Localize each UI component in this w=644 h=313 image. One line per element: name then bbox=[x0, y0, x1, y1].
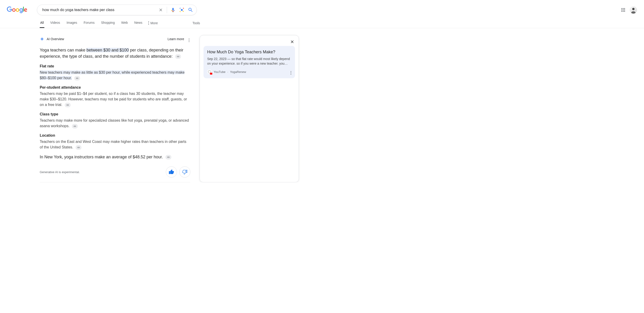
ai-section: Flat rateNew teachers may make as little… bbox=[40, 64, 190, 81]
svg-point-0 bbox=[181, 9, 183, 11]
lens-search-icon[interactable] bbox=[179, 7, 184, 13]
clear-icon[interactable] bbox=[158, 7, 164, 13]
nav-tabs: All Videos Images Forums Shopping Web Ne… bbox=[0, 21, 644, 28]
tools-button[interactable]: Tools bbox=[192, 21, 200, 28]
source-card[interactable]: How Much Do Yoga Teachers Make? Sep 22, … bbox=[204, 46, 295, 78]
tab-more[interactable]: More bbox=[148, 21, 158, 28]
tab-forums[interactable]: Forums bbox=[83, 21, 95, 28]
apps-icon[interactable] bbox=[620, 7, 626, 13]
close-icon[interactable] bbox=[289, 38, 296, 46]
tab-images[interactable]: Images bbox=[66, 21, 78, 28]
tab-web[interactable]: Web bbox=[121, 21, 128, 28]
search-input[interactable] bbox=[40, 8, 158, 12]
voice-search-icon[interactable] bbox=[170, 7, 176, 13]
source-menu-icon[interactable] bbox=[290, 69, 291, 74]
citation-link-icon[interactable] bbox=[74, 76, 80, 80]
tab-shopping[interactable]: Shopping bbox=[101, 21, 115, 28]
section-title: Per-student attendance bbox=[40, 85, 190, 90]
citation-link-icon[interactable] bbox=[76, 145, 82, 150]
tab-videos[interactable]: Videos bbox=[50, 21, 61, 28]
section-body: Teachers on the East and West Coast may … bbox=[40, 140, 186, 149]
ai-sparkle-icon bbox=[40, 37, 44, 41]
citation-link-icon[interactable] bbox=[166, 155, 172, 160]
avatar[interactable] bbox=[630, 6, 637, 14]
source-description: Sep 22, 2023 — so that flat rate would m… bbox=[207, 57, 291, 66]
citation-link-icon[interactable] bbox=[65, 103, 71, 107]
section-title: Location bbox=[40, 133, 190, 138]
ai-section: Per-student attendanceTeachers may be pa… bbox=[40, 85, 190, 108]
citation-link-icon[interactable] bbox=[175, 54, 181, 59]
thumbs-up-button[interactable] bbox=[166, 166, 177, 178]
section-body: New teachers may make as little as $30 p… bbox=[40, 70, 184, 80]
ai-overview-menu-icon[interactable] bbox=[188, 35, 190, 43]
svg-point-1 bbox=[183, 11, 184, 12]
youtube-favicon-icon bbox=[207, 69, 212, 74]
source-panel: How Much Do Yoga Teachers Make? Sep 22, … bbox=[200, 35, 299, 182]
section-body: Teachers may make more for specialized c… bbox=[40, 118, 189, 128]
ai-closing-line: In New York, yoga instructors make an av… bbox=[40, 155, 190, 160]
ai-overview-badge: AI Overview bbox=[40, 37, 64, 41]
thumbs-down-button[interactable] bbox=[179, 166, 190, 178]
tab-all[interactable]: All bbox=[40, 21, 44, 28]
ai-section: LocationTeachers on the East and West Co… bbox=[40, 133, 190, 150]
citation-link-icon[interactable] bbox=[72, 124, 78, 129]
section-title: Class type bbox=[40, 112, 190, 116]
learn-more-link[interactable]: Learn more bbox=[168, 37, 184, 41]
source-title: How Much Do Yoga Teachers Make? bbox=[207, 50, 291, 54]
ai-disclaimer: Generative AI is experimental. bbox=[40, 170, 80, 174]
section-body: Teachers may be paid $1–$4 per student, … bbox=[40, 92, 187, 107]
source-author: YogaRenew bbox=[230, 70, 246, 74]
google-logo[interactable] bbox=[6, 6, 28, 13]
svg-point-2 bbox=[632, 8, 634, 10]
search-box bbox=[37, 4, 197, 15]
ai-section: Class typeTeachers may make more for spe… bbox=[40, 112, 190, 129]
tab-news[interactable]: News bbox=[134, 21, 143, 28]
ai-overview-intro: Yoga teachers can make between $30 and $… bbox=[40, 47, 190, 59]
section-title: Flat rate bbox=[40, 64, 190, 68]
search-icon[interactable] bbox=[188, 7, 193, 13]
source-site: YouTube bbox=[214, 70, 226, 74]
